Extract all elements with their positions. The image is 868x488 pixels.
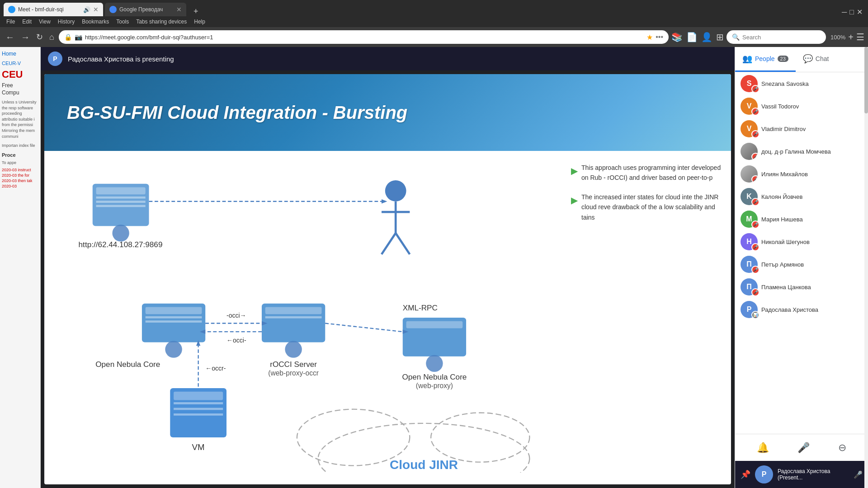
person-item-10: P 📊 Радославa Христова [735, 298, 864, 321]
mute-indicator-7: 🎤 [751, 243, 760, 251]
person-item-0: S 🎤 Snezana Savoska [735, 72, 864, 95]
person-avatar-10: P 📊 [741, 301, 758, 318]
sidebar-ceur-link[interactable]: CEUR-V [2, 61, 38, 66]
person-avatar-9: П 🎤 [741, 278, 758, 296]
person-name-10: Радославa Христова [761, 306, 859, 313]
tab-translate[interactable]: Google Преводач ✕ [105, 3, 186, 16]
chat-icon: 💬 [803, 54, 813, 64]
tab-close-meet[interactable]: ✕ [93, 6, 99, 13]
person-item-8: П 🎤 Петър Армянов [735, 253, 864, 276]
person-avatar-8: П 🎤 [741, 256, 758, 273]
mic-button[interactable]: 🎤 [794, 438, 813, 457]
svg-rect-22 [265, 316, 322, 319]
address-text[interactable]: https://meet.google.com/bmf-duir-sqi?aut… [85, 34, 644, 41]
bullet-text-2: The increased inter states for cloud int… [581, 192, 724, 222]
person-name-6: Мария Нишева [761, 216, 859, 223]
close-btn[interactable]: ✕ [857, 8, 863, 16]
tab-close-translate[interactable]: ✕ [176, 6, 182, 13]
sidebar-date-4[interactable]: 2020-03 [2, 184, 38, 188]
bullet-1: ▶ This approach uses programming inter d… [571, 163, 724, 183]
svg-rect-21 [265, 307, 322, 314]
preview-name: Радославa Христова (Present... [778, 468, 849, 481]
person-avatar-0: S 🎤 [741, 75, 758, 92]
browser-chrome: Meet - bmf-duir-sqi 🔊 ✕ Google Преводач … [0, 0, 868, 47]
svg-text:XML-RPC: XML-RPC [403, 303, 438, 312]
menu-tools[interactable]: Tools [113, 19, 132, 25]
sidebar-date-1[interactable]: 2020-03 instruct [2, 168, 38, 172]
people-tab-label: People [755, 55, 775, 62]
menu-edit[interactable]: Edit [19, 19, 34, 25]
person-name-4: Илиян Михайлов [761, 171, 859, 178]
svg-text:Cloud JINR: Cloud JINR [390, 458, 458, 472]
menu-view[interactable]: View [36, 19, 53, 25]
home-button[interactable]: ⌂ [47, 31, 56, 44]
tab-favicon-meet [8, 6, 15, 13]
svg-line-4 [396, 233, 410, 254]
svg-point-23 [285, 341, 302, 357]
tab-people[interactable]: 👥 People 23 [735, 47, 796, 72]
bullet-points: ▶ This approach uses programming inter d… [564, 158, 731, 477]
bookmark-icon[interactable]: ★ [646, 33, 653, 42]
bullet-text-1: This approach uses programming inter dev… [581, 163, 724, 183]
mute-indicator-6: 🎤 [751, 221, 760, 229]
panel-tabs: 👥 People 23 💬 Chat [735, 47, 868, 72]
sidebar-important: Importan index file [2, 143, 38, 149]
new-tab-button[interactable]: + [190, 7, 202, 16]
svg-text:←occi-: ←occi- [226, 337, 246, 344]
minimize-btn[interactable]: ─ [842, 8, 847, 16]
person-item-6: M 🎤 Мария Нишева [735, 208, 864, 230]
search-input[interactable] [742, 34, 815, 41]
sync-icon[interactable]: 👤 [701, 32, 712, 42]
menu-tabs-sharing[interactable]: Tabs sharing devices [133, 19, 189, 25]
menu-help[interactable]: Help [191, 19, 208, 25]
reader-icon[interactable]: 📄 [686, 32, 698, 42]
grid-icon[interactable]: ⊞ [716, 32, 724, 42]
svg-text:VM: VM [192, 442, 205, 452]
more-icon[interactable]: ••• [656, 33, 663, 41]
tab-meet[interactable]: Meet - bmf-duir-sqi 🔊 ✕ [4, 3, 103, 16]
svg-rect-15 [146, 307, 202, 314]
address-bar[interactable]: 🔒 📷 https://meet.google.com/bmf-duir-sqi… [59, 30, 669, 44]
svg-text:-occi→: -occi→ [226, 312, 246, 319]
new-tab-icon[interactable]: + [848, 32, 854, 42]
mute-indicator-9: 🎤 [751, 288, 760, 296]
person-item-4: 🎤 Илиян Михайлов [735, 163, 864, 185]
menu-bookmarks[interactable]: Bookmarks [79, 19, 112, 25]
person-name-1: Vassil Todorov [761, 103, 859, 110]
back-button[interactable]: ← [4, 30, 16, 44]
person-avatar-7: H 🎤 [741, 233, 758, 250]
bullet-arrow-1: ▶ [571, 164, 578, 183]
person-item-7: H 🎤 Николай Шегунов [735, 230, 864, 253]
search-bar[interactable]: 🔍 [726, 30, 826, 44]
maximize-btn[interactable]: □ [849, 8, 854, 16]
person-name-2: Vladimir Dimitrov [761, 126, 859, 132]
svg-rect-44 [174, 413, 223, 416]
menu-icon[interactable]: ☰ [856, 32, 864, 42]
person-avatar-3: 🎤 [741, 143, 758, 160]
sidebar-date-2[interactable]: 2020-03 the for [2, 173, 38, 178]
bookmarks-icon[interactable]: 📚 [671, 32, 683, 42]
menu-history[interactable]: History [55, 19, 77, 25]
menu-file[interactable]: File [4, 19, 18, 25]
svg-line-3 [382, 233, 396, 254]
svg-point-18 [165, 341, 182, 357]
mute-indicator-1: 🎤 [751, 108, 760, 116]
svg-point-10 [112, 225, 129, 241]
sidebar-home-link[interactable]: Home [2, 51, 38, 57]
bell-button[interactable]: 🔔 [753, 438, 773, 457]
forward-button[interactable]: → [19, 30, 32, 44]
chat-tab-label: Chat [816, 55, 829, 62]
reload-button[interactable]: ↻ [34, 30, 45, 44]
slide-container: BG-SU-FMI Cloud Integration - Bursting [44, 74, 731, 484]
slide-body: http://62.44.108.27:9869 Open Nebula Cor… [44, 151, 731, 484]
window-controls: ─ □ ✕ [842, 8, 863, 16]
sidebar-date-3[interactable]: 2020-03 then tak [2, 178, 38, 183]
svg-line-38 [325, 323, 403, 332]
panel-bottom-controls: 🔔 🎤 ⊖ [735, 434, 868, 461]
minus-button[interactable]: ⊖ [835, 438, 850, 457]
svg-point-35 [426, 355, 443, 372]
svg-point-0 [385, 180, 406, 202]
tab-mute-icon[interactable]: 🔊 [83, 6, 90, 13]
tab-chat[interactable]: 💬 Chat [796, 47, 836, 72]
panel-scrollbar[interactable] [864, 47, 868, 488]
